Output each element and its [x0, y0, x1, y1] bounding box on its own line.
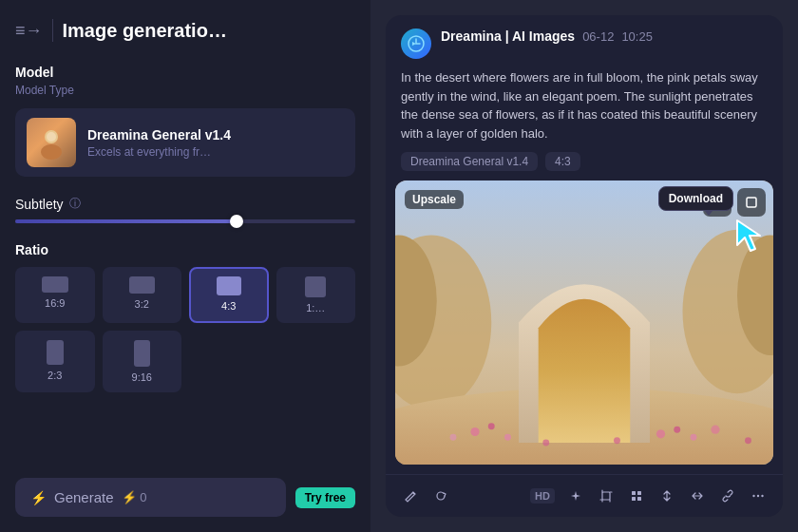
svg-point-13 [504, 434, 511, 441]
subtlety-row: Subtlety ⓘ [15, 196, 355, 212]
ratio-box-16-9 [42, 276, 68, 293]
ratio-label: Ratio [15, 242, 355, 257]
try-free-badge[interactable]: Try free [295, 487, 355, 508]
svg-point-18 [614, 437, 620, 444]
divider [52, 19, 53, 42]
svg-point-15 [674, 427, 680, 433]
ratio-grid-row1: 16:9 3:2 4:3 1:… [15, 267, 355, 323]
expand-button[interactable] [737, 188, 766, 217]
svg-rect-27 [632, 497, 636, 501]
left-panel: ≡→ Image generatio… Model Model Type Dre… [0, 0, 370, 532]
ratio-text-16-9: 16:9 [45, 297, 65, 309]
link-button[interactable] [714, 483, 741, 509]
svg-rect-28 [637, 497, 641, 501]
ratio-box-4-3 [217, 276, 241, 295]
ratio-btn-16-9[interactable]: 16:9 [15, 267, 95, 323]
info-icon: ⓘ [69, 196, 81, 212]
svg-point-19 [450, 434, 457, 441]
slider-thumb [230, 215, 243, 228]
notification-body: In the desert where flowers are in full … [386, 68, 783, 152]
app-name: Dreamina | AI Images [441, 28, 575, 44]
page-title: Image generatio… [63, 20, 227, 42]
notification-date: 06-12 [582, 29, 614, 44]
subtlety-slider[interactable] [15, 219, 355, 223]
right-area: Dreamina | AI Images 06-12 10:25 In the … [370, 0, 798, 532]
upscale-badge: Upscale [405, 190, 464, 209]
model-info: Dreamina General v1.4 Excels at everythi… [87, 127, 231, 159]
svg-point-17 [542, 440, 549, 446]
ratio-text-3-2: 3:2 [135, 298, 149, 310]
expand-h-button[interactable] [684, 483, 711, 509]
ratio-text-9-16: 9:16 [132, 371, 152, 383]
model-thumbnail [27, 118, 76, 167]
notification-time: 10:25 [621, 29, 653, 44]
generate-button[interactable]: ⚡ Generate ⚡ 0 [15, 478, 286, 517]
ratio-btn-4-3[interactable]: 4:3 [189, 267, 269, 323]
ratio-box-9-16 [134, 340, 150, 367]
model-label: Model [15, 65, 355, 80]
ratio-box-2-3 [47, 340, 64, 365]
menu-icon[interactable]: ≡→ [15, 21, 43, 41]
hd-badge: HD [530, 488, 555, 504]
magic-button[interactable] [562, 483, 589, 509]
ratio-btn-2-3[interactable]: 2:3 [15, 331, 95, 392]
notification-card: Dreamina | AI Images 06-12 10:25 In the … [386, 15, 783, 517]
svg-point-31 [761, 495, 763, 497]
refresh-button[interactable] [428, 483, 454, 509]
svg-rect-26 [637, 491, 641, 495]
ratio-text-1-1: 1:… [306, 302, 325, 314]
svg-point-2 [47, 132, 56, 142]
lightning-icon: ⚡ [30, 490, 47, 505]
ratio-btn-1-1[interactable]: 1:… [276, 267, 356, 323]
bottom-toolbar: HD [386, 474, 783, 517]
ratio-grid-row2: 2:3 9:16 [15, 331, 355, 392]
app-icon [401, 28, 431, 59]
left-header: ≡→ Image generatio… [15, 19, 355, 42]
svg-rect-22 [747, 198, 756, 207]
generate-label: Generate [54, 489, 114, 505]
tag-model: Dreamina General v1.4 [401, 152, 538, 171]
model-card[interactable]: Dreamina General v1.4 Excels at everythi… [15, 108, 355, 177]
ratio-text-2-3: 2:3 [48, 370, 62, 381]
image-container: Upscale Download [395, 180, 773, 465]
expand-v-button[interactable] [654, 483, 680, 509]
model-desc: Excels at everything fr… [87, 145, 231, 159]
svg-point-21 [745, 437, 751, 444]
app-name-row: Dreamina | AI Images 06-12 10:25 [441, 28, 768, 44]
svg-point-16 [691, 434, 697, 441]
grid-button[interactable] [623, 483, 650, 509]
edit-button[interactable] [397, 483, 424, 509]
svg-rect-25 [632, 491, 636, 495]
slider-fill [15, 219, 237, 223]
svg-point-29 [752, 495, 754, 497]
notification-header: Dreamina | AI Images 06-12 10:25 [386, 15, 783, 68]
model-sublabel: Model Type [15, 84, 355, 97]
ratio-btn-3-2[interactable]: 3:2 [103, 267, 182, 323]
svg-point-1 [41, 144, 62, 160]
svg-point-12 [488, 423, 495, 429]
svg-point-30 [757, 495, 759, 497]
ratio-box-1-1 [305, 276, 326, 297]
svg-point-14 [656, 429, 665, 438]
svg-point-20 [711, 426, 719, 434]
generate-bar: ⚡ Generate ⚡ 0 Try free [15, 478, 355, 517]
ratio-box-3-2 [129, 276, 155, 294]
ratio-text-4-3: 4:3 [221, 300, 236, 312]
download-tooltip: Download [658, 186, 733, 211]
subtlety-label: Subtlety [15, 197, 64, 212]
generate-count: ⚡ 0 [122, 490, 147, 504]
model-name: Dreamina General v1.4 [87, 127, 231, 142]
tag-ratio: 4:3 [545, 152, 580, 171]
svg-rect-24 [602, 492, 610, 500]
notification-tags: Dreamina General v1.4 4:3 [386, 152, 783, 180]
more-button[interactable] [745, 483, 771, 509]
ratio-btn-9-16[interactable]: 9:16 [103, 331, 182, 392]
generated-image [395, 180, 773, 465]
svg-point-11 [470, 428, 479, 436]
crop-button[interactable] [593, 483, 619, 509]
notification-meta: Dreamina | AI Images 06-12 10:25 [441, 28, 768, 44]
